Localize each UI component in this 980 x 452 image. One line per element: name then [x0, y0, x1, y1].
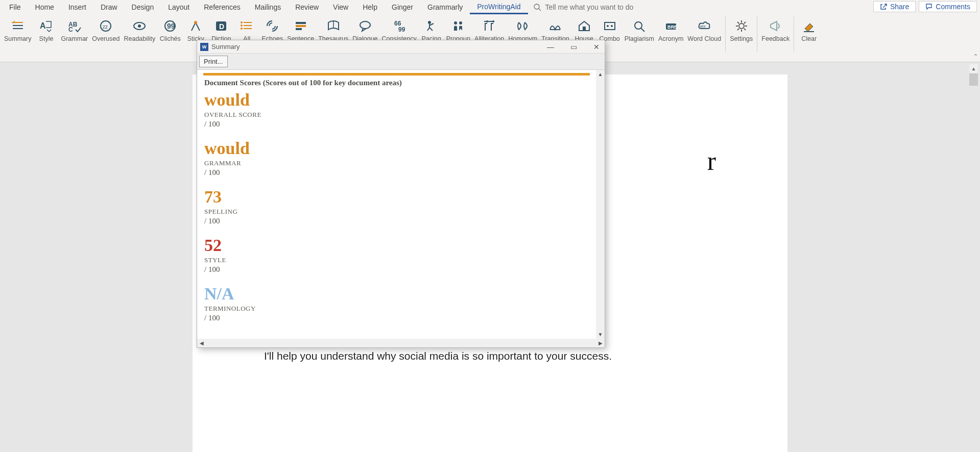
svg-rect-25	[296, 28, 302, 30]
svg-point-40	[635, 22, 642, 29]
tell-me-label: Tell me what you want to do	[545, 3, 634, 11]
menu-draw[interactable]: Draw	[93, 1, 125, 13]
pronoun-icon	[451, 19, 465, 33]
ribbon-label: Summary	[4, 36, 31, 43]
collapse-ribbon-caret[interactable]: ⌃	[973, 53, 978, 60]
score-denom: / 100	[204, 120, 589, 129]
menu-design[interactable]: Design	[125, 1, 161, 13]
ribbon-clear[interactable]: Clear	[796, 16, 822, 44]
menu-references[interactable]: References	[197, 1, 248, 13]
svg-text:zz: zz	[103, 24, 108, 30]
doc-heading-right: r	[707, 146, 716, 176]
svg-text:99: 99	[398, 26, 405, 33]
eraser-icon	[802, 19, 816, 33]
ribbon-grammar[interactable]: ABCGrammar	[59, 16, 90, 44]
panel-titlebar[interactable]: W Summary — ▭ ✕	[197, 40, 605, 54]
score-denom: / 100	[204, 168, 589, 177]
echoes-icon	[265, 19, 279, 33]
combo-icon	[603, 19, 617, 33]
svg-rect-24	[296, 25, 306, 27]
main-scroll-up[interactable]: ▲	[969, 64, 978, 73]
panel-scroll-up[interactable]: ▲	[596, 70, 605, 79]
wordcloud-icon: abc	[697, 19, 711, 33]
ribbon-label: Clichés	[160, 36, 181, 43]
score-label: SPELLING	[204, 208, 589, 216]
style-icon: A	[39, 19, 53, 33]
ribbon-plagiarism[interactable]: Plagiarism	[623, 16, 656, 44]
menu-help[interactable]: Help	[355, 1, 385, 13]
minimize-button[interactable]: —	[545, 43, 556, 51]
ribbon-feedback[interactable]: Feedback	[759, 16, 792, 44]
close-button[interactable]: ✕	[591, 43, 602, 51]
section-title: Document Scores (Scores out of 100 for k…	[197, 76, 596, 91]
ribbon-label: Grammar	[61, 36, 88, 43]
svg-text:99: 99	[167, 22, 175, 30]
panel-hscroll-right[interactable]: ▶	[596, 339, 605, 347]
ribbon-readability[interactable]: Readability	[122, 16, 157, 44]
ribbon-cliches[interactable]: 99Clichés	[157, 16, 183, 44]
plagiarism-icon	[632, 19, 647, 33]
ribbon-label: Overused	[92, 36, 119, 43]
share-button[interactable]: Share	[873, 1, 916, 12]
svg-point-31	[454, 21, 457, 24]
doc-paragraph: I'll help you understand why social medi…	[264, 349, 716, 363]
score-label: TERMINOLOGY	[204, 305, 589, 313]
menu-view[interactable]: View	[326, 1, 355, 13]
svg-point-22	[241, 28, 243, 30]
diction-icon: D	[214, 19, 228, 33]
panel-hscroll-left[interactable]: ◀	[197, 339, 206, 347]
pacing-icon	[424, 19, 439, 33]
sentence-icon	[294, 19, 308, 33]
svg-point-20	[241, 21, 243, 23]
top-right-buttons: Share Comments	[873, 1, 977, 12]
score-denom: / 100	[204, 265, 589, 274]
score-denom: / 100	[204, 314, 589, 322]
svg-line-52	[737, 29, 739, 30]
ribbon-label: Feedback	[761, 36, 790, 43]
menu-file[interactable]: File	[2, 1, 28, 13]
comments-button[interactable]: Comments	[919, 1, 977, 12]
homonym-icon	[516, 19, 530, 33]
ribbon-style[interactable]: AStyle	[33, 16, 59, 44]
ribbon-label: Acronym	[658, 36, 683, 43]
acronym-icon: BRB	[664, 19, 678, 33]
menu-mailings[interactable]: Mailings	[248, 1, 288, 13]
menu-insert[interactable]: Insert	[61, 1, 93, 13]
score-label: GRAMMAR	[204, 159, 589, 167]
score-label: OVERALL SCORE	[204, 111, 589, 119]
main-scroll-thumb[interactable]	[969, 73, 978, 86]
svg-point-45	[739, 23, 744, 29]
menu-grammarly[interactable]: Grammarly	[420, 1, 470, 13]
print-button[interactable]: Print...	[199, 56, 228, 67]
panel-scroll-down[interactable]: ▼	[596, 330, 605, 339]
maximize-button[interactable]: ▭	[568, 43, 579, 51]
menu-layout[interactable]: Layout	[161, 1, 197, 13]
svg-point-11	[138, 24, 141, 28]
ribbon-settings[interactable]: Settings	[728, 16, 755, 44]
gear-icon	[734, 19, 749, 33]
ribbon-summary[interactable]: Summary	[2, 16, 33, 44]
score-value: would	[204, 140, 589, 157]
window-controls: — ▭ ✕	[545, 43, 602, 51]
menu-ginger[interactable]: Ginger	[385, 1, 420, 13]
share-label: Share	[890, 3, 909, 11]
menu-review[interactable]: Review	[288, 1, 326, 13]
ribbon-label: Style	[39, 36, 54, 43]
svg-point-33	[486, 20, 488, 22]
menu-prowritingaid[interactable]: ProWritingAid	[470, 1, 528, 14]
ribbon-acronym[interactable]: BRBAcronym	[656, 16, 685, 44]
score-value: N/A	[204, 285, 589, 303]
svg-point-38	[607, 25, 609, 27]
menu-home[interactable]: Home	[28, 1, 61, 13]
dialogue-icon	[358, 19, 372, 33]
ribbon-overused[interactable]: zzOverused	[90, 16, 122, 44]
panel-body: Document Scores (Scores out of 100 for k…	[197, 70, 605, 339]
score-denom: / 100	[204, 217, 589, 225]
score-overall: would OVERALL SCORE / 100	[204, 91, 589, 129]
ribbon-wordcloud[interactable]: abcWord Cloud	[685, 16, 723, 44]
svg-text:abc: abc	[700, 24, 706, 28]
ribbon-label: Settings	[730, 36, 753, 43]
score-terminology: N/A TERMINOLOGY / 100	[204, 285, 589, 322]
tell-me-search[interactable]: Tell me what you want to do	[533, 3, 634, 11]
ribbon-label: Word Cloud	[687, 36, 721, 43]
